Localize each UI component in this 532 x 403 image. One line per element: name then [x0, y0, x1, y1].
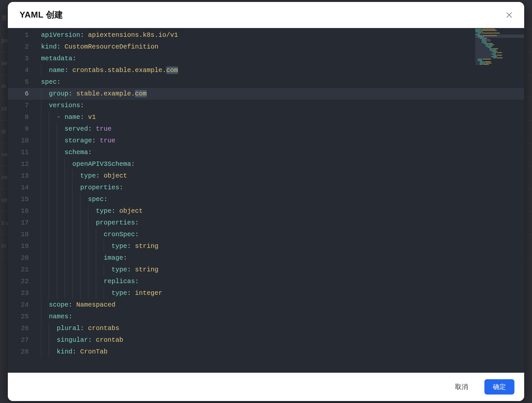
code-line[interactable]: 17properties:	[8, 217, 524, 229]
cancel-button[interactable]: 取消	[447, 379, 477, 395]
code-line[interactable]: 15spec:	[8, 194, 524, 205]
code-content: image:	[37, 252, 524, 264]
line-number: 21	[8, 264, 37, 276]
modal-body: 1apiVersion: apiextensions.k8s.io/v12kin…	[8, 28, 524, 373]
line-number: 5	[8, 76, 37, 88]
code-line[interactable]: 14properties:	[8, 182, 524, 194]
modal-header: YAML 创建	[8, 2, 524, 28]
yaml-editor[interactable]: 1apiVersion: apiextensions.k8s.io/v12kin…	[8, 28, 524, 373]
code-line[interactable]: 16type: object	[8, 205, 524, 217]
code-line[interactable]: 23type: integer	[8, 287, 524, 299]
code-content: served: true	[37, 123, 524, 135]
code-content: metadata:	[37, 53, 524, 65]
line-number: 12	[8, 158, 37, 170]
line-number: 24	[8, 299, 37, 311]
code-content: type: string	[37, 240, 524, 252]
line-number: 23	[8, 287, 37, 299]
modal-title: YAML 创建	[20, 9, 63, 21]
line-number: 9	[8, 123, 37, 135]
code-content: names:	[37, 311, 524, 323]
code-content: plural: crontabs	[37, 323, 524, 334]
line-number: 18	[8, 229, 37, 240]
code-content: spec:	[37, 76, 524, 88]
code-line[interactable]: 21type: string	[8, 264, 524, 276]
code-line[interactable]: 1apiVersion: apiextensions.k8s.io/v1	[8, 29, 524, 41]
modal-footer: 取消 确定	[8, 373, 524, 401]
code-line[interactable]: 28kind: CronTab	[8, 346, 524, 358]
line-number: 19	[8, 240, 37, 252]
code-line[interactable]: 10storage: true	[8, 135, 524, 147]
code-line[interactable]: 12openAPIV3Schema:	[8, 158, 524, 170]
line-number: 20	[8, 252, 37, 264]
code-content: replicas:	[37, 276, 524, 287]
code-line[interactable]: 13type: object	[8, 170, 524, 182]
code-content: type: integer	[37, 287, 524, 299]
code-content: openAPIV3Schema:	[37, 158, 524, 170]
line-number: 28	[8, 346, 37, 358]
code-content: storage: true	[37, 135, 524, 147]
code-content: properties:	[37, 217, 524, 229]
code-content: apiVersion: apiextensions.k8s.io/v1	[37, 29, 524, 41]
line-number: 7	[8, 100, 37, 111]
line-number: 16	[8, 205, 37, 217]
code-line[interactable]: 24scope: Namespaced	[8, 299, 524, 311]
code-line[interactable]: 19type: string	[8, 240, 524, 252]
code-content: name: crontabs.stable.example.com	[37, 65, 524, 76]
line-number: 26	[8, 323, 37, 334]
code-content: group: stable.example.com	[37, 88, 524, 100]
code-content: cronSpec:	[37, 229, 524, 240]
line-number: 3	[8, 53, 37, 65]
code-content: kind: CronTab	[37, 346, 524, 358]
code-content: singular: crontab	[37, 334, 524, 346]
line-number: 15	[8, 194, 37, 205]
code-content: versions:	[37, 100, 524, 111]
line-number: 2	[8, 41, 37, 53]
line-number: 17	[8, 217, 37, 229]
confirm-button[interactable]: 确定	[484, 379, 514, 395]
code-line[interactable]: 6group: stable.example.com	[8, 88, 524, 100]
code-line[interactable]: 25names:	[8, 311, 524, 323]
code-line[interactable]: 4name: crontabs.stable.example.com	[8, 65, 524, 76]
yaml-create-modal: YAML 创建 1apiVersion: apiextensions.k8s.i…	[8, 2, 524, 401]
code-line[interactable]: 20image:	[8, 252, 524, 264]
code-line[interactable]: 22replicas:	[8, 276, 524, 287]
line-number: 14	[8, 182, 37, 194]
code-content: properties:	[37, 182, 524, 194]
code-content: schema:	[37, 147, 524, 158]
code-line[interactable]: 9served: true	[8, 123, 524, 135]
line-number: 4	[8, 65, 37, 76]
code-content: scope: Namespaced	[37, 299, 524, 311]
code-line[interactable]: 18cronSpec:	[8, 229, 524, 240]
line-number: 10	[8, 135, 37, 147]
code-line[interactable]: 11schema:	[8, 147, 524, 158]
code-line[interactable]: 8- name: v1	[8, 111, 524, 123]
close-icon[interactable]	[504, 10, 514, 20]
code-line[interactable]: 7versions:	[8, 100, 524, 111]
line-number: 11	[8, 147, 37, 158]
code-content: kind: CustomResourceDefinition	[37, 41, 524, 53]
code-content: - name: v1	[37, 111, 524, 123]
code-line[interactable]: 2kind: CustomResourceDefinition	[8, 41, 524, 53]
line-number: 13	[8, 170, 37, 182]
code-line[interactable]: 27singular: crontab	[8, 334, 524, 346]
code-content: spec:	[37, 194, 524, 205]
line-number: 22	[8, 276, 37, 287]
line-number: 6	[8, 88, 37, 100]
code-content: type: string	[37, 264, 524, 276]
line-number: 27	[8, 334, 37, 346]
line-number: 25	[8, 311, 37, 323]
line-number: 8	[8, 111, 37, 123]
code-content: type: object	[37, 205, 524, 217]
code-line[interactable]: 26plural: crontabs	[8, 323, 524, 334]
line-number: 1	[8, 29, 37, 41]
code-content: type: object	[37, 170, 524, 182]
code-line[interactable]: 3metadata:	[8, 53, 524, 65]
code-line[interactable]: 5spec:	[8, 76, 524, 88]
